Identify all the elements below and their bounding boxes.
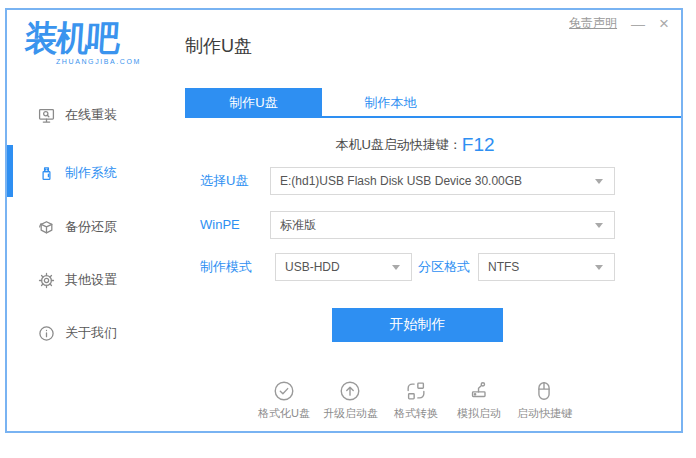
stamp-icon (467, 379, 491, 403)
winpe-row: WinPE 标准版 (185, 211, 645, 239)
usb-select-row: 选择U盘 E:(hd1)USB Flash Disk USB Device 30… (185, 167, 645, 195)
partition-dropdown[interactable]: NTFS (478, 253, 615, 281)
usb-select-label: 选择U盘 (200, 167, 248, 195)
winpe-label: WinPE (200, 211, 240, 239)
boot-hotkey-label: 本机U盘启动快捷键： (335, 137, 461, 152)
tool-label: 启动快捷键 (517, 406, 572, 421)
boot-hotkey-line: 本机U盘启动快捷键：F12 (185, 134, 645, 156)
check-circle-icon (272, 379, 296, 403)
sidebar-item-label: 制作系统 (65, 164, 117, 182)
backup-box-icon (38, 219, 55, 236)
mode-dropdown[interactable]: USB-HDD (275, 253, 412, 281)
monitor-search-icon (38, 107, 55, 124)
close-button[interactable]: × (659, 16, 669, 32)
tool-format-usb[interactable]: 格式化U盘 (258, 379, 310, 421)
partition-label: 分区格式 (418, 253, 470, 281)
bottom-toolbar: 格式化U盘 升级启动盘 格式转换 模拟启动 (185, 379, 645, 421)
sidebar-item-make-system[interactable]: 制作系统 (38, 162, 168, 184)
sidebar-item-label: 其他设置 (65, 271, 117, 289)
chevron-down-icon (595, 179, 603, 184)
tool-label: 模拟启动 (457, 406, 501, 421)
winpe-value: 标准版 (271, 217, 595, 234)
gear-icon (38, 272, 55, 289)
winpe-dropdown[interactable]: 标准版 (270, 211, 615, 239)
usb-select-dropdown[interactable]: E:(hd1)USB Flash Disk USB Device 30.00GB (270, 167, 615, 195)
usb-drive-icon (38, 165, 55, 182)
tool-simulate-boot[interactable]: 模拟启动 (454, 379, 504, 421)
sidebar-item-online-reinstall[interactable]: 在线重装 (38, 104, 168, 126)
mode-partition-row: 制作模式 USB-HDD 分区格式 NTFS (185, 253, 645, 281)
tool-upgrade-boot-disk[interactable]: 升级启动盘 (323, 379, 378, 421)
convert-icon (404, 379, 428, 403)
sidebar-item-backup-restore[interactable]: 备份还原 (38, 216, 168, 238)
sidebar-item-label: 备份还原 (65, 218, 117, 236)
chevron-down-icon (392, 265, 400, 270)
chevron-down-icon (595, 223, 603, 228)
tool-label: 格式化U盘 (258, 406, 310, 421)
main-content: 本机U盘启动快捷键：F12 选择U盘 E:(hd1)USB Flash Disk… (185, 10, 645, 431)
sidebar-item-label: 关于我们 (65, 324, 117, 342)
app-logo: 装机吧 ZHUANGJIBA.COM (25, 16, 145, 65)
sidebar-item-about-us[interactable]: 关于我们 (38, 322, 168, 344)
mode-value: USB-HDD (276, 260, 392, 274)
mouse-icon (532, 379, 556, 403)
logo-text: 装机吧 (23, 15, 146, 62)
tool-boot-hotkey[interactable]: 启动快捷键 (517, 379, 572, 421)
sidebar-active-indicator (7, 145, 13, 197)
arrow-up-circle-icon (338, 379, 362, 403)
sidebar-item-other-settings[interactable]: 其他设置 (38, 269, 168, 291)
chevron-down-icon (595, 265, 603, 270)
partition-value: NTFS (479, 260, 595, 274)
sidebar-item-label: 在线重装 (65, 106, 117, 124)
start-make-button[interactable]: 开始制作 (332, 308, 503, 342)
mode-label: 制作模式 (200, 253, 252, 281)
tool-label: 格式转换 (394, 406, 438, 421)
app-window: 装机吧 ZHUANGJIBA.COM 制作U盘 免责声明 — × 在线重装 制作… (5, 8, 683, 433)
info-icon (38, 325, 55, 342)
tool-label: 升级启动盘 (323, 406, 378, 421)
usb-select-value: E:(hd1)USB Flash Disk USB Device 30.00GB (271, 174, 595, 188)
boot-hotkey-value: F12 (462, 134, 495, 155)
tool-format-convert[interactable]: 格式转换 (391, 379, 441, 421)
